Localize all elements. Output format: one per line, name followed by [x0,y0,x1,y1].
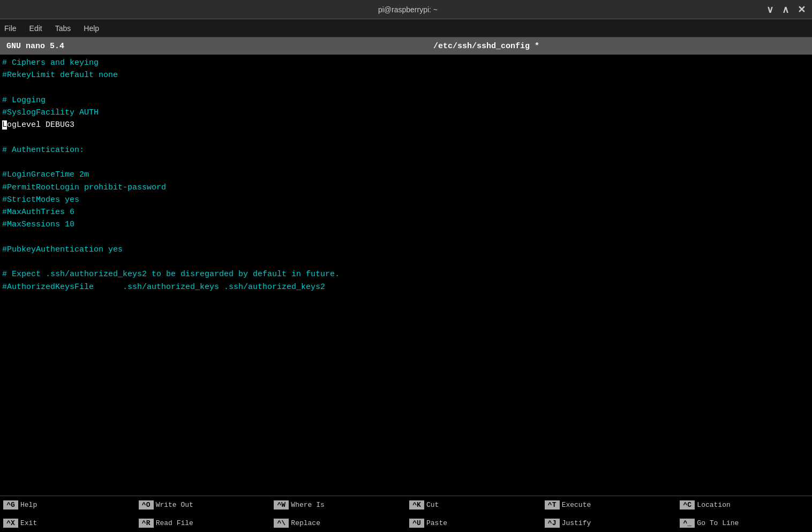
bottom-bar: ^GHelp^OWrite Out^WWhere Is^KCut^TExecut… [0,496,812,532]
editor[interactable]: # Ciphers and keying#RekeyLimit default … [0,55,812,496]
shortcut-key: ^\ [274,519,289,528]
shortcut-item: ^JJustify [542,514,677,533]
close-button[interactable]: ✕ [798,4,806,16]
shortcut-key: ^J [545,519,560,528]
shortcut-label: Read File [156,519,193,527]
shortcut-label: Go To Line [697,519,739,527]
shortcut-label: Where Is [291,501,324,509]
menubar: FileEditTabsHelp [0,19,812,37]
minimize-button[interactable]: ∨ [766,4,773,16]
menu-item-edit[interactable]: Edit [29,24,42,33]
menu-item-help[interactable]: Help [84,24,99,33]
editor-line: # Expect .ssh/authorized_keys2 to be dis… [2,268,810,280]
shortcut-label: Paste [426,519,447,527]
editor-line [2,156,810,169]
shortcut-item: ^XExit [0,514,136,533]
shortcut-key: ^K [409,500,424,510]
editor-line: #MaxAuthTries 6 [2,206,810,218]
shortcut-item: ^UPaste [406,514,542,533]
shortcut-item: ^WWhere Is [270,496,406,514]
editor-line: #PubkeyAuthentication yes [2,244,810,256]
shortcut-key: ^C [680,500,695,510]
maximize-button[interactable]: ∧ [782,4,789,16]
nano-header: GNU nano 5.4 /etc/ssh/sshd_config * [0,37,812,55]
editor-line: #StrictModes yes [2,194,810,206]
shortcut-key: ^G [3,500,18,510]
shortcut-item: ^_Go To Line [676,514,812,533]
editor-line: #AuthorizedKeysFile .ssh/authorized_keys… [2,281,810,293]
editor-line: # Ciphers and keying [2,57,810,69]
editor-line: # Authentication: [2,144,810,156]
editor-line: #SyslogFacility AUTH [2,107,810,119]
editor-line: # Logging [2,94,810,107]
shortcut-label: Execute [562,501,591,509]
editor-line: #RekeyLimit default none [2,69,810,81]
shortcut-item: ^OWrite Out [136,496,271,514]
editor-line [2,82,810,94]
titlebar-title: pi@raspberrypi: ~ [49,5,766,14]
nano-version: GNU nano 5.4 [6,42,167,51]
shortcut-label: Location [697,501,730,509]
nano-filename: /etc/ssh/sshd_config * [167,42,806,51]
menu-item-file[interactable]: File [4,24,17,33]
shortcut-key: ^O [139,500,154,510]
editor-line: #LoginGraceTime 2m [2,169,810,181]
shortcut-label: Exit [20,519,37,527]
editor-line [2,231,810,244]
shortcut-key: ^W [274,500,289,510]
editor-line [2,132,810,144]
shortcut-item: ^\Replace [270,514,406,533]
editor-line: LogLevel DEBUG3 [2,119,810,131]
shortcut-item: ^TExecute [542,496,677,514]
shortcut-item: ^KCut [406,496,542,514]
shortcut-key: ^R [139,519,154,528]
shortcut-item: ^RRead File [136,514,271,533]
shortcut-label: Justify [562,519,591,527]
shortcut-label: Help [20,501,37,509]
editor-line: #MaxSessions 10 [2,218,810,231]
titlebar-controls: ∨ ∧ ✕ [766,4,806,16]
shortcut-item: ^GHelp [0,496,136,514]
shortcut-key: ^T [545,500,560,510]
titlebar: pi@raspberrypi: ~ ∨ ∧ ✕ [0,0,812,19]
shortcut-key: ^U [409,519,424,528]
shortcut-label: Replace [291,519,320,527]
shortcut-key: ^X [3,519,18,528]
shortcut-label: Write Out [156,501,193,509]
shortcut-label: Cut [426,501,439,509]
shortcut-key: ^_ [680,519,695,528]
shortcut-item: ^CLocation [676,496,812,514]
editor-line [2,256,810,268]
menu-item-tabs[interactable]: Tabs [55,24,71,33]
editor-line: #PermitRootLogin prohibit-password [2,181,810,194]
